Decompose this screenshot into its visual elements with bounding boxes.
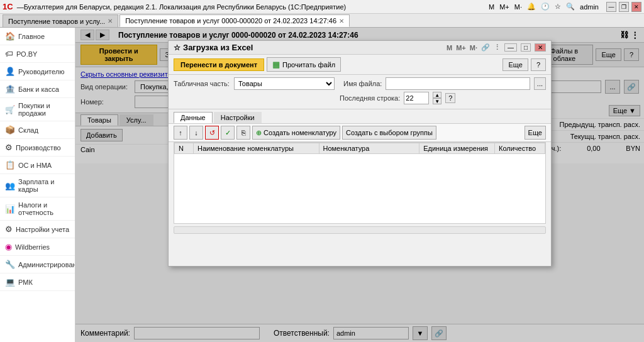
- sidebar-label-purchases: Покупки и продажи: [18, 102, 70, 117]
- title-bar: 1С — Бухгалтерия для Беларуси, редакция …: [0, 0, 644, 14]
- home-icon: 🏠: [5, 31, 15, 41]
- tab-1[interactable]: Поступление товаров и услуг 0000-000020 …: [119, 14, 350, 27]
- modal-tabs: Данные Настройки: [169, 109, 551, 124]
- sidebar-item-roby[interactable]: 🏷 РО.ВY: [0, 45, 75, 63]
- tab-0-label: Поступление товаров и услу...: [8, 18, 105, 25]
- modal-toolbar: Перенести в документ ▦ Прочитать файл Ещ…: [169, 55, 551, 75]
- modal-help-button[interactable]: ?: [531, 58, 546, 71]
- table-section-label: Табличная часть:: [174, 80, 230, 87]
- modal-menu-icon[interactable]: ⋮: [494, 43, 501, 52]
- last-row-help-icon[interactable]: ?: [445, 93, 455, 103]
- modal-overlay: ☆ Загрузка из Excel M M+ M· 🔗 ⋮ — □ ✕: [75, 28, 644, 342]
- notification-icon[interactable]: 🔔: [527, 3, 536, 11]
- sidebar-item-taxes[interactable]: 📊 Налоги и отчетность: [0, 197, 75, 221]
- sidebar-label-glavnoe: Главное: [18, 33, 45, 40]
- last-row-row: Последняя строка: ▲ ▼ ?: [174, 92, 546, 104]
- bank-icon: 🏦: [5, 84, 15, 94]
- sidebar-label-salary: Зарплата и кадры: [18, 178, 70, 193]
- modal-star-icon[interactable]: ☆: [174, 43, 180, 52]
- sidebar-item-bank[interactable]: 🏦 Банк и касса: [0, 80, 75, 98]
- modal-maximize-button[interactable]: □: [521, 43, 531, 52]
- cart-icon: 🛒: [5, 105, 15, 114]
- sidebar-label-bank: Банк и касса: [18, 86, 59, 93]
- rmk-icon: 💻: [5, 277, 15, 287]
- tab-0-close[interactable]: ✕: [108, 18, 113, 25]
- sidebar: 🏠 Главное 🏷 РО.ВY 👤 Руководителю 🏦 Банк …: [0, 28, 75, 342]
- col-header-qty: Количество: [494, 143, 545, 154]
- window-close-button[interactable]: ✕: [631, 2, 641, 12]
- title-bar-separator: —: [17, 3, 24, 11]
- table-move-down-button[interactable]: ↓: [189, 126, 203, 140]
- last-row-down-button[interactable]: ▼: [433, 98, 441, 104]
- search-icon[interactable]: 🔍: [566, 3, 575, 11]
- star-icon[interactable]: ☆: [555, 3, 561, 11]
- mplus-indicator: M+: [499, 3, 509, 11]
- content-area: ◀ ▶ Поступление товаров и услуг 0000-000…: [75, 28, 644, 342]
- user-label: admin: [580, 3, 599, 11]
- sidebar-label-settings: Настройки учета: [16, 226, 69, 233]
- modal-table-toolbar: ↑ ↓ ↺ ✓ ⎘ ⊕ Создать номенклатуру Создать…: [169, 124, 551, 142]
- warehouse-icon: 📦: [5, 125, 15, 135]
- table-check-button[interactable]: ✓: [221, 126, 235, 140]
- main-layout: 🏠 Главное 🏷 РО.ВY 👤 Руководителю 🏦 Банк …: [0, 28, 644, 342]
- modal-more-button[interactable]: Еще: [502, 58, 528, 71]
- modal-horizontal-scrollbar[interactable]: [174, 226, 546, 234]
- read-file-button[interactable]: ▦ Прочитать файл: [267, 57, 341, 72]
- sidebar-item-purchases[interactable]: 🛒 Покупки и продажи: [0, 98, 75, 121]
- taxes-icon: 📊: [5, 204, 15, 214]
- last-row-input[interactable]: [404, 92, 429, 104]
- col-header-n: N: [175, 143, 194, 154]
- m-indicator: M: [489, 3, 494, 11]
- title-bar-title: Бухгалтерия для Беларуси, редакция 2.1. …: [24, 3, 489, 11]
- sidebar-item-warehouse[interactable]: 📦 Склад: [0, 121, 75, 139]
- transfer-to-doc-button[interactable]: Перенести в документ: [174, 58, 264, 71]
- tab-1-close[interactable]: ✕: [339, 18, 344, 25]
- app-logo: 1С: [3, 2, 13, 11]
- salary-icon: 👥: [5, 181, 15, 190]
- tab-0[interactable]: Поступление товаров и услу... ✕: [3, 14, 118, 27]
- title-bar-controls: M M+ M· 🔔 🕐 ☆ 🔍 admin — ❐ ✕: [489, 2, 641, 12]
- create-nom-label: Создать номенклатуру: [264, 129, 336, 136]
- create-nomenclature-button[interactable]: ⊕ Создать номенклатуру: [252, 126, 340, 140]
- modal-title: Загрузка из Excel: [183, 43, 253, 52]
- sidebar-item-os[interactable]: 📋 ОС и НМА: [0, 157, 75, 174]
- window-restore-button[interactable]: ❐: [619, 2, 629, 12]
- modal-minimize-button[interactable]: —: [504, 43, 517, 52]
- sidebar-item-admin[interactable]: 🔧 Администрирование: [0, 256, 75, 273]
- modal-table-wrapper[interactable]: N Наименование номенклатуры Номенклатура…: [174, 142, 546, 224]
- manager-icon: 👤: [5, 67, 15, 76]
- sidebar-item-rukovoditelu[interactable]: 👤 Руководителю: [0, 63, 75, 80]
- history-icon[interactable]: 🕐: [541, 3, 550, 11]
- excel-import-modal: ☆ Загрузка из Excel M M+ M· 🔗 ⋮ — □ ✕: [168, 40, 552, 267]
- sidebar-item-rmk[interactable]: 💻 РМК: [0, 273, 75, 291]
- modal-link-icon[interactable]: 🔗: [481, 43, 490, 52]
- table-refresh-button[interactable]: ↺: [205, 126, 219, 140]
- sidebar-item-wildberries[interactable]: ◉ Wildberries: [0, 238, 75, 256]
- table-section-row: Табличная часть: Товары Имя файла: ...: [174, 77, 546, 90]
- table-copy-button[interactable]: ⎘: [236, 126, 250, 140]
- create-with-group-button[interactable]: Создать с выбором группы: [342, 126, 436, 140]
- table-move-up-button[interactable]: ↑: [174, 126, 187, 140]
- tab-bar: Поступление товаров и услу... ✕ Поступле…: [0, 14, 644, 28]
- excel-icon: ▦: [272, 60, 280, 69]
- sidebar-item-production[interactable]: ⚙ Производство: [0, 139, 75, 157]
- sidebar-label-taxes: Налоги и отчетность: [18, 201, 70, 216]
- table-section-select[interactable]: Товары: [234, 77, 335, 90]
- create-nom-icon: ⊕: [256, 129, 262, 137]
- modal-tab-data[interactable]: Данные: [174, 112, 213, 123]
- sidebar-item-settings[interactable]: ⚙ Настройки учета: [0, 221, 75, 238]
- col-header-name: Наименование номенклатуры: [193, 143, 319, 154]
- file-browse-button[interactable]: ...: [534, 77, 546, 90]
- modal-tab-settings[interactable]: Настройки: [214, 112, 262, 123]
- sidebar-label-roby: РО.ВY: [16, 50, 37, 58]
- file-name-input[interactable]: [386, 77, 530, 90]
- last-row-up-button[interactable]: ▲: [433, 92, 441, 98]
- sidebar-item-glavnoe[interactable]: 🏠 Главное: [0, 28, 75, 45]
- modal-close-button[interactable]: ✕: [535, 43, 546, 52]
- sidebar-item-salary[interactable]: 👥 Зарплата и кадры: [0, 174, 75, 197]
- modal-form: Табличная часть: Товары Имя файла: ... П…: [169, 75, 551, 109]
- window-minimize-button[interactable]: —: [606, 2, 616, 12]
- admin-icon: 🔧: [5, 260, 15, 269]
- modal-table-more-button[interactable]: Еще: [525, 126, 546, 140]
- col-header-nomenclature: Номенклатура: [319, 143, 419, 154]
